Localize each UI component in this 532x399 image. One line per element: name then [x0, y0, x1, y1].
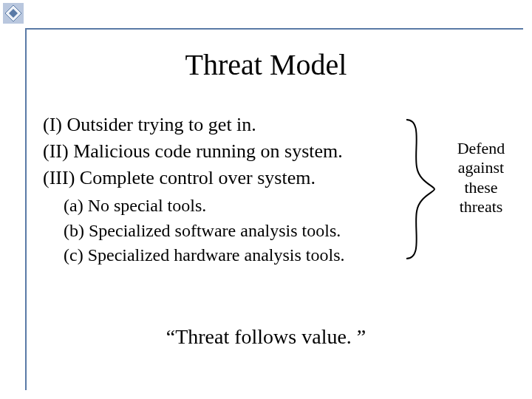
threat-item-1: (I) Outsider trying to get in. — [43, 112, 412, 137]
annotation-line: Defend — [440, 139, 522, 158]
diamond-bullet-icon — [3, 3, 24, 24]
annotation-line: against — [440, 158, 522, 177]
sub-item-b: (b) Specialized software analysis tools. — [64, 219, 412, 242]
sub-item-a: (a) No special tools. — [64, 194, 412, 217]
sub-item-c: (c) Specialized hardware analysis tools. — [64, 244, 412, 267]
annotation-line: these — [440, 178, 522, 197]
slide-title: Threat Model — [0, 47, 532, 82]
threat-item-2: (II) Malicious code running on system. — [43, 139, 412, 164]
horizontal-rule — [25, 28, 523, 30]
sub-list: (a) No special tools. (b) Specialized so… — [64, 194, 412, 267]
annotation-text: Defend against these threats — [440, 139, 522, 217]
body-text: (I) Outsider trying to get in. (II) Mali… — [43, 111, 412, 268]
slide: Threat Model (I) Outsider trying to get … — [0, 0, 532, 399]
annotation-line: threats — [440, 197, 522, 216]
threat-item-3: (III) Complete control over system. — [43, 166, 412, 191]
quote-text: “Threat follows value. ” — [0, 325, 532, 349]
curly-brace-icon — [399, 115, 443, 263]
